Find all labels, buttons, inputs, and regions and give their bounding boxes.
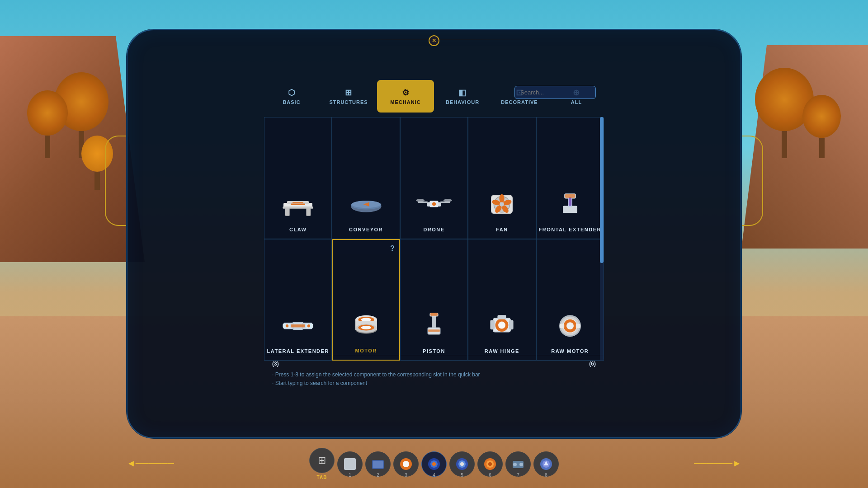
tab-label: TAB [317,475,327,480]
tab-behaviour[interactable]: ◧ BEHAVIOUR [434,80,491,113]
grid-item-drone[interactable]: DRONE [400,117,468,239]
svg-rect-70 [344,458,356,470]
tab-basic[interactable]: ⬡ BASIC [263,80,320,113]
svg-point-86 [519,463,523,466]
raw-hinge-icon [479,304,524,345]
fan-icon [479,183,524,223]
question-mark: ? [390,244,395,253]
motor-icon [344,304,389,344]
svg-rect-38 [291,324,305,327]
drone-icon [411,183,457,223]
piston-icon [411,304,457,345]
side-curve-left [105,136,127,226]
svg-point-59 [498,322,505,329]
motor-label: MOTOR [355,348,377,353]
piston-label: PISTON [423,348,445,354]
component-grid: CLAW CONVEYOR [264,117,604,361]
svg-point-15 [416,199,425,202]
grid-item-fan[interactable]: FAN [468,117,536,239]
svg-point-74 [403,461,409,467]
svg-point-45 [361,318,371,321]
svg-point-17 [432,202,436,206]
grid-item-raw-hinge[interactable]: RAW HINGE [468,239,536,361]
search-container [514,86,596,99]
quickbar-num-5: 5 [461,473,463,478]
svg-rect-5 [291,203,305,205]
lateral-extender-label: LATERAL EXTENDER [267,348,329,354]
claw-icon [275,183,321,223]
svg-rect-68 [560,324,564,328]
quickbar-num-7: 7 [517,473,519,478]
quickbar-tab-button: ⊞ TAB [309,448,335,480]
frontal-extender-label: FRONTAL EXTENDER [539,227,602,232]
svg-point-39 [286,324,288,327]
quickbar-item-8: 8 [533,451,559,477]
svg-rect-61 [491,320,495,329]
basic-icon: ⬡ [288,88,296,98]
raw-hinge-label: RAW HINGE [485,348,519,354]
claw-label: CLAW [289,227,307,232]
quickbar-num-3: 3 [405,473,407,478]
quickbar-num-6: 6 [489,473,491,478]
svg-point-80 [460,462,464,466]
raw-motor-icon [547,304,593,345]
svg-rect-31 [569,197,571,206]
tab-button[interactable]: ⊞ [309,448,335,473]
hint1: · Press 1-8 to assign the selected compo… [272,371,596,379]
quickbar-item-1: 1 [337,451,363,477]
scrollbar-thumb [600,117,604,263]
tree-2 [27,90,68,158]
svg-rect-3 [307,208,311,216]
search-input[interactable] [514,86,596,99]
svg-point-27 [500,202,505,206]
quickbar-item-6: 6 [477,451,503,477]
frontal-extender-icon [547,183,593,223]
svg-point-40 [307,324,310,327]
svg-point-77 [432,462,436,466]
quickbar-item-3: 3 [393,451,419,477]
quickbar-item-4: 4 [421,451,447,477]
main-panel: ⬡ BASIC ⊞ STRUCTURES ⚙ MECHANIC ◧ BEHAVI… [127,29,741,438]
svg-point-22 [500,194,505,202]
bottom-info-bar: (3) (6) · Press 1-8 to assign the select… [264,355,604,392]
svg-rect-6 [292,202,303,203]
tab-structures[interactable]: ⊞ STRUCTURES [320,80,377,113]
svg-rect-72 [373,461,383,468]
quickbar-item-2: 2 [365,451,391,477]
quickbar: ⊞ TAB 1 2 3 [309,448,559,480]
svg-rect-2 [285,208,290,216]
svg-rect-60 [498,315,506,319]
grid-item-piston[interactable]: PISTON [400,239,468,361]
scrollbar[interactable] [600,117,604,361]
close-button[interactable]: ✕ [429,35,439,46]
grid-item-raw-motor[interactable]: RAW MOTOR [536,239,604,361]
conveyor-label: CONVEYOR [349,227,383,232]
conveyor-icon [344,183,389,223]
hint2: · Start typing to search for a component [272,379,596,388]
quickbar-num-2: 2 [377,473,379,478]
side-curve-right [741,136,763,226]
svg-rect-52 [430,313,438,315]
svg-rect-69 [576,324,580,328]
tab-mechanic[interactable]: ⚙ MECHANIC [377,80,434,113]
tree-5 [802,95,841,158]
drone-label: DRONE [423,227,444,232]
svg-point-67 [566,322,574,329]
mechanic-icon: ⚙ [402,88,410,98]
grid-item-claw[interactable]: CLAW [264,117,332,239]
behaviour-icon: ◧ [458,88,467,98]
grid-item-lateral-extender[interactable]: LATERAL EXTENDER [264,239,332,361]
quickbar-arrow-left: ◄────── [127,458,174,469]
svg-rect-55 [428,329,440,332]
quickbar-item-5: 5 [449,451,475,477]
quickbar-item-7: 7 [505,451,531,477]
svg-rect-62 [509,320,514,329]
grid-item-conveyor[interactable]: CONVEYOR [332,117,400,239]
quickbar-num-8: 8 [545,473,547,478]
lateral-extender-icon [275,304,321,345]
slot-left: (3) [272,360,279,368]
grid-item-frontal-extender[interactable]: FRONTAL EXTENDER [536,117,604,239]
fan-label: FAN [496,227,508,232]
svg-point-16 [443,199,452,202]
grid-item-motor[interactable]: ? MOTOR [332,239,400,361]
